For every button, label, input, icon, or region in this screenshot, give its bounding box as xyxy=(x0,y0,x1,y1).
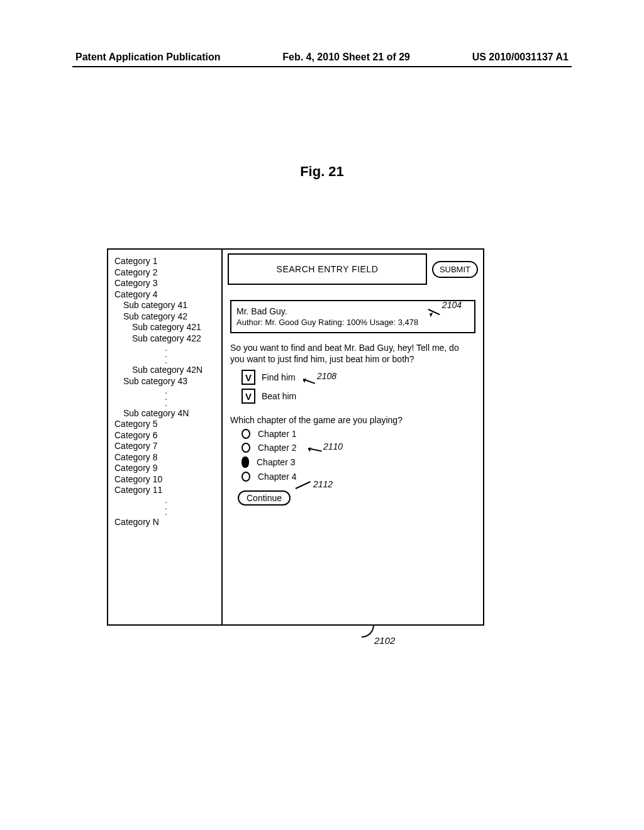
header-publication: Patent Application Publication xyxy=(75,52,221,63)
radio-chapter-2[interactable] xyxy=(242,443,250,453)
radio-label: Chapter 3 xyxy=(257,457,295,467)
radio-chapter-1[interactable] xyxy=(242,429,250,439)
radio-group: Chapter 1 Chapter 2 2110 Chapter 3 Chapt… xyxy=(242,429,483,482)
radio-row-ch3: Chapter 3 xyxy=(242,456,483,468)
search-bar: SEARCH ENTRY FIELD SUBMIT xyxy=(223,250,483,287)
ellipsis-icon: ... xyxy=(114,387,218,407)
author-label: Author: xyxy=(236,318,263,327)
ellipsis-icon: ... xyxy=(114,496,218,517)
header-date-sheet: Feb. 4, 2010 Sheet 21 of 29 xyxy=(282,52,410,63)
page-header: Patent Application Publication Feb. 4, 2… xyxy=(75,52,569,63)
main-panel: SEARCH ENTRY FIELD SUBMIT 2104 Mr. Bad G… xyxy=(221,248,484,626)
checkbox-row-find: V Find him 2108 xyxy=(242,370,483,385)
result-meta: Author: Mr. Good Guy Rating: 100% Usage:… xyxy=(236,318,469,327)
radio-label: Chapter 2 xyxy=(258,443,296,453)
author-value: Mr. Good Guy xyxy=(265,318,316,327)
reference-numeral: 2108 xyxy=(317,371,336,381)
header-divider xyxy=(72,66,572,67)
sidebar-item[interactable]: Category 3 xyxy=(114,278,218,289)
category-sidebar: Category 1 Category 2 Category 3 Categor… xyxy=(107,248,221,626)
sidebar-item[interactable]: Category 6 xyxy=(114,430,218,441)
checkbox-beat[interactable]: V xyxy=(242,389,255,404)
sidebar-item[interactable]: Category 10 xyxy=(114,474,218,485)
question-chapter: Which chapter of the game are you playin… xyxy=(230,415,475,425)
radio-label: Chapter 1 xyxy=(258,429,296,439)
checkbox-label: Find him xyxy=(262,372,296,382)
sidebar-item[interactable]: Category 7 xyxy=(114,441,218,452)
radio-row-ch1: Chapter 1 xyxy=(242,429,483,439)
checkbox-label: Beat him xyxy=(262,391,296,401)
sidebar-item[interactable]: Category 8 xyxy=(114,452,218,463)
reference-numeral: 2104 xyxy=(442,300,462,310)
checkbox-find[interactable]: V xyxy=(242,370,255,385)
figure-layout: Category 1 Category 2 Category 3 Categor… xyxy=(107,248,484,626)
rating-value: 100% xyxy=(347,318,367,327)
sidebar-subitem[interactable]: Sub category 4N xyxy=(114,408,218,419)
sidebar-item[interactable]: Category 4 xyxy=(114,289,218,301)
sidebar-item[interactable]: Category N xyxy=(114,517,218,528)
radio-row-ch2: Chapter 2 2110 xyxy=(242,443,483,453)
prompt-text: So you want to find and beat Mr. Bad Guy… xyxy=(230,342,475,365)
reference-numeral: 2112 xyxy=(313,479,333,489)
radio-chapter-3[interactable] xyxy=(242,456,249,468)
figure-title: Fig. 21 xyxy=(0,163,644,180)
reference-numeral: 2102 xyxy=(374,635,395,646)
usage-label: Usage: xyxy=(370,318,396,327)
sidebar-item[interactable]: Category 9 xyxy=(114,463,218,474)
sidebar-subitem[interactable]: Sub category 41 xyxy=(114,300,218,311)
radio-label: Chapter 4 xyxy=(258,472,296,482)
header-patent-number: US 2010/0031137 A1 xyxy=(472,52,569,63)
sidebar-subsubitem[interactable]: Sub category 421 xyxy=(114,322,218,333)
rating-label: Rating: xyxy=(318,318,344,327)
continue-wrap: 2112 Continue xyxy=(238,490,483,506)
reference-numeral: 2110 xyxy=(323,441,343,451)
continue-button[interactable]: Continue xyxy=(238,490,291,506)
sidebar-subsubitem[interactable]: Sub category 42N xyxy=(114,365,218,376)
result-card: 2104 Mr. Bad Guy. Author: Mr. Good Guy R… xyxy=(230,300,475,333)
usage-value: 3,478 xyxy=(398,318,419,327)
sidebar-item[interactable]: Category 2 xyxy=(114,267,218,279)
sidebar-item[interactable]: Category 1 xyxy=(114,256,218,267)
checkbox-group: V Find him 2108 V Beat him xyxy=(242,370,483,404)
sidebar-subitem[interactable]: Sub category 42 xyxy=(114,311,218,323)
radio-chapter-4[interactable] xyxy=(242,472,250,482)
submit-button[interactable]: SUBMIT xyxy=(432,261,478,278)
radio-row-ch4: Chapter 4 xyxy=(242,472,483,482)
sidebar-item[interactable]: Category 5 xyxy=(114,419,218,430)
ellipsis-icon: ... xyxy=(114,344,218,365)
search-input[interactable]: SEARCH ENTRY FIELD xyxy=(228,253,427,285)
checkbox-row-beat: V Beat him xyxy=(242,389,483,404)
